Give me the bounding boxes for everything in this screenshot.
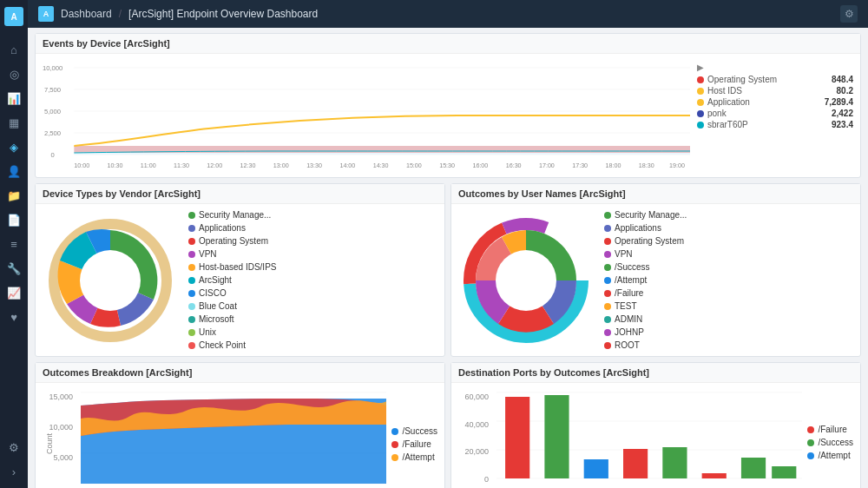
ou-legend-sm: Security Manage... xyxy=(615,210,687,220)
svg-text:11:30: 11:30 xyxy=(174,162,189,169)
legend-item-ponk: ponk 2,422 xyxy=(697,108,853,119)
ob-legend-success: /Success xyxy=(402,426,437,436)
svg-rect-45 xyxy=(505,397,529,478)
header: A Dashboard / [ArcSight] Endpoint Overvi… xyxy=(28,0,868,28)
svg-text:18:00: 18:00 xyxy=(605,162,621,169)
dt-legend-vpn: VPN xyxy=(199,249,217,259)
sidebar-icon-analytics[interactable]: 📈 xyxy=(4,283,23,302)
ou-legend-admin: ADMIN xyxy=(615,314,642,324)
dt-legend-arcsight: ArcSight xyxy=(199,275,232,285)
legend-item-app: Application 7,289.4 xyxy=(697,96,853,108)
destination-ports-legend: /Failure /Success /Attempt xyxy=(807,388,853,488)
events-legend: ▶ Operating System 848.4 Host IDS 80.2 xyxy=(697,59,853,172)
header-title: [ArcSight] Endpoint Overview Dashboard xyxy=(128,8,318,20)
ob-y-5000: 5,000 xyxy=(53,453,73,462)
svg-text:10:00: 10:00 xyxy=(74,162,89,169)
ou-legend-root: ROOT xyxy=(615,340,640,350)
sidebar-icon-list[interactable]: ≡ xyxy=(4,234,23,254)
outcomes-usernames-panel: Outcomes by User Names [ArcSight] xyxy=(450,183,861,357)
sidebar-icon-heart[interactable]: ♥ xyxy=(4,307,23,326)
svg-text:15:30: 15:30 xyxy=(439,162,455,169)
svg-text:13:30: 13:30 xyxy=(306,162,322,169)
legend-ponk-label: ponk xyxy=(707,109,815,118)
outcomes-usernames-chart xyxy=(458,213,597,347)
legend-os-value: 848.4 xyxy=(819,75,853,84)
ob-legend-attempt: /Attempt xyxy=(402,452,434,462)
events-panel-body: 10,000 7,500 5,000 2,500 0 xyxy=(36,54,860,177)
sidebar-icon-arrow[interactable]: › xyxy=(4,462,23,481)
dp-y-20000: 20,000 xyxy=(464,447,489,456)
svg-text:2,500: 2,500 xyxy=(44,129,62,137)
svg-text:10,000: 10,000 xyxy=(43,64,63,72)
sidebar-icon-grid[interactable]: ▦ xyxy=(4,113,23,132)
svg-text:14:30: 14:30 xyxy=(373,162,389,169)
ou-legend-success: /Success xyxy=(615,262,650,272)
svg-text:13:00: 13:00 xyxy=(273,162,289,169)
device-types-panel: Device Types by Vendor [ArcSight] xyxy=(35,183,445,357)
dp-legend-success: /Success xyxy=(818,438,853,447)
dp-y-40000: 40,000 xyxy=(464,420,489,429)
app-logo[interactable]: A xyxy=(4,7,23,26)
sidebar-icon-chart[interactable]: 📊 xyxy=(4,89,23,108)
sidebar-icon-search[interactable]: ◎ xyxy=(4,64,23,83)
outcomes-breakdown-panel: Outcomes Breakdown [ArcSight] 15,000 10,… xyxy=(35,362,445,488)
svg-text:11:00: 11:00 xyxy=(141,162,156,169)
dt-legend-checkpoint: Check Point xyxy=(199,340,246,350)
sidebar-icon-home[interactable]: ⌂ xyxy=(4,40,23,59)
ou-legend-test: TEST xyxy=(615,301,637,311)
dp-y-0: 0 xyxy=(484,475,489,484)
legend-sbrart60p-label: sbrarT60P xyxy=(707,120,815,129)
dp-legend-attempt: /Attempt xyxy=(818,451,850,460)
svg-rect-52 xyxy=(772,466,796,478)
svg-text:5,000: 5,000 xyxy=(44,108,62,115)
svg-text:17:00: 17:00 xyxy=(539,162,555,169)
svg-text:16:30: 16:30 xyxy=(506,162,522,169)
ob-y-10000: 10,000 xyxy=(49,423,73,432)
sidebar-icon-folder[interactable]: 📁 xyxy=(4,186,23,205)
svg-rect-48 xyxy=(623,449,648,478)
outcomes-breakdown-body: 15,000 10,000 5,000 xyxy=(36,383,444,488)
svg-text:12:30: 12:30 xyxy=(240,162,256,169)
header-logo: A xyxy=(38,6,54,22)
sidebar-icon-dashboard[interactable]: ◈ xyxy=(4,137,23,156)
events-panel-title: Events by Device [ArcSight] xyxy=(36,34,860,54)
dt-legend-bluecoat: Blue Coat xyxy=(199,301,237,311)
dt-legend-app: Applications xyxy=(199,223,246,233)
outcomes-breakdown-chart xyxy=(81,388,386,488)
svg-text:12:00: 12:00 xyxy=(207,162,222,169)
ou-legend-vpn: VPN xyxy=(615,249,633,259)
sidebar-icon-tools[interactable]: 🔧 xyxy=(4,259,23,278)
svg-rect-50 xyxy=(702,473,727,478)
outcomes-usernames-legend: Security Manage... Applications Operatin… xyxy=(604,209,687,351)
dp-y-60000: 60,000 xyxy=(464,392,489,401)
destination-ports-panel: Destination Ports by Outcomes [ArcSight]… xyxy=(450,362,861,488)
legend-item-sbrart60p: sbrarT60P 923.4 xyxy=(697,119,853,130)
dt-legend-sm: Security Manage... xyxy=(199,210,271,220)
svg-rect-49 xyxy=(662,447,687,478)
outcomes-breakdown-legend: /Success /Failure /Attempt xyxy=(391,388,437,488)
svg-text:7,500: 7,500 xyxy=(44,86,62,94)
settings-icon[interactable]: ⚙ xyxy=(840,5,858,23)
sidebar-icon-user[interactable]: 👤 xyxy=(4,162,23,181)
dt-legend-os: Operating System xyxy=(199,236,268,246)
device-types-body: Security Manage... Applications Operatin… xyxy=(36,204,444,356)
svg-text:16:00: 16:00 xyxy=(472,162,488,169)
legend-os-label: Operating System xyxy=(707,75,815,84)
ou-legend-app: Applications xyxy=(615,223,661,233)
svg-text:18:30: 18:30 xyxy=(639,162,654,169)
sidebar-icon-report[interactable]: 📄 xyxy=(4,210,23,229)
bottom-row: Outcomes Breakdown [ArcSight] 15,000 10,… xyxy=(35,362,861,488)
ou-legend-johnp: JOHNP xyxy=(615,327,644,337)
svg-text:10:30: 10:30 xyxy=(108,162,123,169)
legend-expand-icon[interactable]: ▶ xyxy=(697,63,704,72)
ou-legend-os: Operating System xyxy=(615,236,684,246)
legend-app-value: 7,289.4 xyxy=(819,97,853,107)
svg-text:14:00: 14:00 xyxy=(339,162,355,169)
sidebar-icon-settings[interactable]: ⚙ xyxy=(4,438,23,457)
header-separator: / xyxy=(119,8,122,20)
svg-text:0: 0 xyxy=(51,151,56,159)
events-chart: 10,000 7,500 5,000 2,500 0 xyxy=(43,59,690,172)
dt-legend-cisco: CISCO xyxy=(199,288,227,298)
svg-text:17:30: 17:30 xyxy=(572,162,588,169)
destination-ports-chart xyxy=(496,388,802,488)
